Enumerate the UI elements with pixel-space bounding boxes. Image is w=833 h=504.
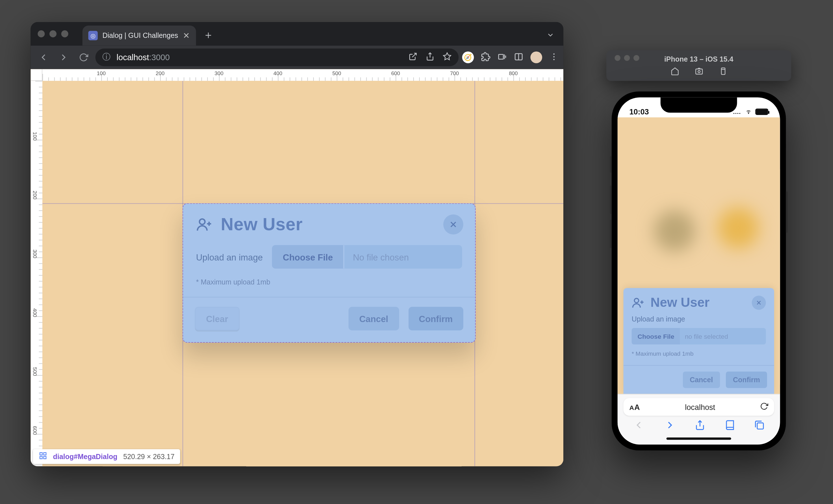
close-button[interactable] xyxy=(752,296,766,310)
svg-rect-20 xyxy=(695,69,702,74)
favicon-icon: ◎ xyxy=(88,31,97,40)
ruler-label: 200 xyxy=(156,70,165,76)
url-host: localhost xyxy=(116,53,149,62)
svg-point-9 xyxy=(553,56,554,57)
ios-simulator: iPhone 13 – iOS 15.4 10:03 xyxy=(606,50,791,450)
ruler-label: 500 xyxy=(332,70,341,76)
ruler-label: 700 xyxy=(450,70,459,76)
bookmark-star-icon[interactable] xyxy=(443,52,451,62)
page-canvas: New User Upload an image Choose File No … xyxy=(42,81,563,466)
chrome-window: ◎ Dialog | GUI Challenges ✕ ＋ ⓘ localhos… xyxy=(30,22,563,466)
svg-rect-16 xyxy=(40,453,42,455)
ruler-label: 100 xyxy=(97,70,106,76)
text-size-icon[interactable]: AA xyxy=(629,402,640,411)
svg-point-28 xyxy=(748,113,749,114)
phone-power-button xyxy=(786,191,787,232)
svg-line-0 xyxy=(412,53,416,57)
ruler-label: 400 xyxy=(32,311,38,320)
mega-dialog-mobile: New User Upload an image Choose File no … xyxy=(623,288,774,394)
file-input[interactable]: Choose File no file selected xyxy=(632,328,766,344)
tab-title: Dialog | GUI Challenges xyxy=(102,31,178,40)
safari-share-icon[interactable] xyxy=(695,420,705,433)
minimize-window-icon[interactable] xyxy=(49,30,56,37)
battery-icon xyxy=(755,108,768,115)
confirm-button[interactable]: Confirm xyxy=(726,372,767,388)
chrome-toolbar: ⓘ localhost:3000 🧭 xyxy=(30,46,563,69)
phone-volume-down xyxy=(610,220,612,248)
open-external-icon[interactable] xyxy=(408,52,417,62)
panel-toggle-icon[interactable] xyxy=(514,52,523,63)
safari-forward-icon[interactable] xyxy=(664,419,675,434)
helper-text: * Maximum upload 1mb xyxy=(196,278,462,286)
safari-toolbar xyxy=(623,415,774,435)
ruler-vertical: 100200300400500600 xyxy=(30,81,42,466)
share-icon[interactable] xyxy=(426,52,434,62)
status-time: 10:03 xyxy=(629,107,649,116)
extension-icon[interactable]: 🧭 xyxy=(462,51,474,63)
clear-button[interactable]: Clear xyxy=(195,307,239,330)
home-indicator[interactable] xyxy=(667,437,731,439)
file-input[interactable]: Choose File No file chosen xyxy=(272,245,462,269)
svg-point-24 xyxy=(734,113,734,114)
upload-row: Upload an image Choose File No file chos… xyxy=(196,245,462,269)
extensions-puzzle-icon[interactable] xyxy=(481,52,491,63)
kebab-menu-icon[interactable] xyxy=(549,52,558,63)
confirm-button[interactable]: Confirm xyxy=(408,307,463,330)
add-user-icon xyxy=(196,216,213,232)
svg-rect-17 xyxy=(44,453,46,455)
svg-point-8 xyxy=(553,53,554,54)
new-tab-button[interactable]: ＋ xyxy=(200,27,216,42)
safari-address-bar[interactable]: AA localhost xyxy=(623,398,774,415)
tab-list-dropdown-icon[interactable] xyxy=(543,28,557,42)
reload-button[interactable] xyxy=(75,49,92,65)
sim-rotate-icon[interactable] xyxy=(718,67,727,77)
dialog-header: New User xyxy=(183,204,475,241)
media-control-icon[interactable] xyxy=(498,52,507,63)
address-bar[interactable]: ⓘ localhost:3000 xyxy=(95,48,458,66)
maximize-window-icon[interactable] xyxy=(61,30,68,37)
close-button[interactable] xyxy=(443,215,463,234)
back-button[interactable] xyxy=(35,49,52,65)
reload-icon[interactable] xyxy=(760,402,768,412)
phone-screen: 10:03 xyxy=(618,97,780,445)
choose-file-button[interactable]: Choose File xyxy=(272,245,344,269)
sim-screenshot-icon[interactable] xyxy=(694,67,703,77)
browser-tab[interactable]: ◎ Dialog | GUI Challenges ✕ xyxy=(82,25,196,46)
dialog-title: New User xyxy=(221,215,303,234)
svg-rect-18 xyxy=(40,456,42,459)
dialog-body: Upload an image Choose File No file chos… xyxy=(183,242,475,290)
choose-file-button[interactable]: Choose File xyxy=(632,328,680,344)
browser-viewport: 100200300400500600700800900 100200300400… xyxy=(30,69,563,466)
safari-tabs-icon[interactable] xyxy=(754,420,765,433)
safari-url: localhost xyxy=(640,402,760,411)
svg-point-10 xyxy=(553,58,554,59)
background-blur xyxy=(718,207,759,249)
svg-rect-35 xyxy=(757,423,763,429)
close-tab-icon[interactable]: ✕ xyxy=(183,31,190,40)
sim-home-icon[interactable] xyxy=(670,67,679,77)
phone-mute-switch xyxy=(610,156,612,173)
simulator-window-controls[interactable] xyxy=(615,55,639,61)
cancel-button[interactable]: Cancel xyxy=(683,372,720,388)
site-info-icon[interactable]: ⓘ xyxy=(102,52,111,62)
close-window-icon[interactable] xyxy=(38,30,45,37)
cancel-button[interactable]: Cancel xyxy=(349,307,399,330)
svg-point-27 xyxy=(739,113,740,114)
ruler-label: 600 xyxy=(391,70,400,76)
ruler-horizontal: 100200300400500600700800900 xyxy=(42,69,563,81)
grid-icon xyxy=(39,451,47,461)
window-controls[interactable] xyxy=(38,30,68,37)
forward-button[interactable] xyxy=(55,49,72,65)
ruler-label: 800 xyxy=(509,70,518,76)
mega-dialog: New User Upload an image Choose File No … xyxy=(183,203,476,343)
simulator-title: iPhone 13 – iOS 15.4 xyxy=(664,55,733,63)
safari-chrome: AA localhost xyxy=(618,394,780,445)
safari-back-icon[interactable] xyxy=(633,419,645,434)
safari-bookmarks-icon[interactable] xyxy=(724,420,735,433)
upload-label: Upload an image xyxy=(196,252,263,261)
ruler-label: 300 xyxy=(32,253,38,261)
upload-label: Upload an image xyxy=(632,315,766,323)
dialog-body: Upload an image Choose File no file sele… xyxy=(623,314,774,358)
selection-badge: dialog#MegaDialog 520.29 × 263.17 xyxy=(33,449,181,464)
profile-avatar-icon[interactable] xyxy=(530,51,542,63)
